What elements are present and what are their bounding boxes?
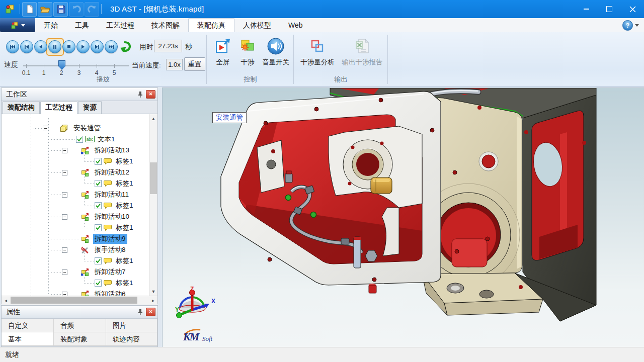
- tree-item-label[interactable]: 拆卸活动12: [93, 167, 131, 177]
- skip-to-end-button[interactable]: [105, 40, 118, 53]
- play-backward-button[interactable]: [34, 40, 47, 53]
- pause-button[interactable]: [48, 40, 61, 53]
- tree-item[interactable]: 标签1: [2, 223, 157, 233]
- tree-item-label[interactable]: 安装通管: [72, 123, 102, 133]
- tree-expander[interactable]: [62, 269, 67, 275]
- tab-assembly-structure[interactable]: 装配结构: [3, 101, 40, 114]
- maximize-button[interactable]: [598, 0, 621, 18]
- tree-item-label[interactable]: 拆卸活动13: [93, 145, 131, 155]
- pin-button[interactable]: [136, 308, 145, 317]
- tree-item[interactable]: 拆卸活动12: [2, 167, 157, 177]
- undo-button[interactable]: [69, 2, 84, 17]
- reset-speed-button[interactable]: 重置: [184, 57, 205, 71]
- tree-item[interactable]: 拆卸活动7: [2, 267, 157, 277]
- tab-trajectory[interactable]: 轨迹内容: [106, 332, 157, 346]
- tree-item[interactable]: 拆卸活动13: [2, 145, 157, 155]
- speed-slider-track[interactable]: [23, 65, 129, 66]
- scroll-right-arrow[interactable]: ▸: [149, 296, 157, 304]
- tab-audio[interactable]: 音频: [54, 319, 106, 332]
- skip-to-start-button[interactable]: [6, 40, 19, 53]
- help-button[interactable]: ?: [622, 20, 639, 31]
- tree-item[interactable]: 安装通管: [2, 123, 157, 133]
- tree-item[interactable]: 拆卸活动11: [2, 190, 157, 200]
- tree-checkbox[interactable]: [95, 224, 102, 233]
- output-interference-report-button[interactable]: 输出干涉报告: [339, 36, 385, 80]
- tree-item-label[interactable]: 拆卸活动10: [93, 212, 131, 222]
- minimize-button[interactable]: [575, 0, 598, 18]
- tree-item-label[interactable]: 拆卸活动6: [93, 289, 127, 296]
- tree-item[interactable]: 标签1: [2, 201, 157, 211]
- tree-item[interactable]: 标签1: [2, 156, 157, 166]
- tree-item[interactable]: abc文本1: [2, 134, 157, 144]
- speed-slider-thumb[interactable]: [58, 60, 65, 70]
- tab-process-tree[interactable]: 工艺过程: [40, 101, 77, 114]
- tree-item-label[interactable]: 扳手活动8: [93, 245, 127, 255]
- tab-tech-illustration[interactable]: 技术图解: [143, 19, 188, 32]
- open-file-button[interactable]: [38, 2, 52, 17]
- vertical-scrollbar[interactable]: ▲ ▼: [149, 114, 157, 296]
- scroll-left-arrow[interactable]: ◂: [2, 296, 10, 304]
- tree-item-label[interactable]: 标签1: [114, 223, 135, 233]
- tree-checkbox[interactable]: [95, 158, 102, 167]
- elapsed-field[interactable]: 27.23s: [154, 40, 182, 52]
- viewport-3d[interactable]: 安装通管 Z Y X KM Soft: [162, 87, 644, 347]
- tree-checkbox[interactable]: [95, 202, 102, 211]
- tab-human-model[interactable]: 人体模型: [234, 19, 280, 32]
- interference-analysis-button[interactable]: 干涉量分析: [297, 36, 338, 80]
- tab-custom[interactable]: 自定义: [2, 319, 54, 332]
- tab-assembly-simulation[interactable]: 装配仿真: [188, 18, 234, 33]
- stop-button[interactable]: [62, 40, 75, 53]
- current-speed-field[interactable]: 1.0x: [166, 59, 183, 70]
- close-panel-button[interactable]: ✕: [146, 308, 155, 316]
- close-button[interactable]: [621, 0, 644, 18]
- tree-expander[interactable]: [62, 247, 67, 253]
- tree-checkbox[interactable]: [76, 136, 83, 145]
- pin-button[interactable]: [136, 90, 145, 99]
- tree-item-label[interactable]: 文本1: [96, 134, 117, 144]
- tab-start[interactable]: 开始: [35, 19, 66, 32]
- tab-tools[interactable]: 工具: [66, 19, 98, 32]
- new-file-button[interactable]: [22, 2, 37, 17]
- tab-process[interactable]: 工艺过程: [98, 19, 143, 32]
- tree-item[interactable]: 扳手活动8: [2, 245, 157, 255]
- tree-expander[interactable]: [62, 214, 67, 220]
- next-step-button[interactable]: [91, 40, 104, 53]
- fullscreen-button[interactable]: 全屏: [211, 36, 234, 80]
- tree-item-label[interactable]: 拆卸活动9: [93, 234, 127, 244]
- tab-resources[interactable]: 资源: [78, 101, 102, 114]
- scroll-up-arrow[interactable]: ▲: [149, 114, 157, 123]
- scroll-down-arrow[interactable]: ▼: [149, 287, 157, 296]
- tree-item[interactable]: 拆卸活动9: [2, 234, 157, 244]
- tab-assembly-object[interactable]: 装配对象: [54, 332, 106, 346]
- tree-item-label[interactable]: 标签1: [114, 256, 135, 266]
- tree-item[interactable]: 拆卸活动10: [2, 212, 157, 222]
- previous-step-button[interactable]: [20, 40, 33, 53]
- tree-item-label[interactable]: 标签1: [114, 178, 135, 189]
- tree-item[interactable]: 标签1: [2, 278, 157, 288]
- tab-picture[interactable]: 图片: [106, 319, 157, 332]
- scrollbar-thumb[interactable]: [150, 162, 157, 194]
- play-button[interactable]: [76, 40, 90, 53]
- redo-button[interactable]: [85, 2, 99, 17]
- tree-item[interactable]: 标签1: [2, 256, 157, 266]
- tree-item-label[interactable]: 标签1: [114, 278, 135, 288]
- tab-basic[interactable]: 基本: [2, 332, 54, 346]
- tree-item-label[interactable]: 拆卸活动11: [93, 190, 130, 200]
- tree-checkbox[interactable]: [95, 180, 102, 189]
- interference-button[interactable]: 干涉: [236, 36, 259, 80]
- horizontal-scrollbar[interactable]: ◂ ▸: [2, 296, 157, 305]
- tree-item[interactable]: 标签1: [2, 178, 157, 189]
- tree-item-label[interactable]: 标签1: [114, 201, 135, 211]
- tree-checkbox[interactable]: [95, 257, 102, 266]
- volume-toggle-button[interactable]: 音量开关: [260, 36, 292, 80]
- tree-item-label[interactable]: 拆卸活动7: [93, 267, 127, 277]
- tree-expander[interactable]: [62, 170, 67, 175]
- save-button[interactable]: [53, 2, 68, 17]
- tree-expander[interactable]: [62, 192, 67, 198]
- tree-expander[interactable]: [43, 126, 48, 131]
- tree-expander[interactable]: [62, 148, 67, 153]
- loop-button[interactable]: [120, 39, 134, 53]
- tree-checkbox[interactable]: [95, 280, 102, 289]
- close-panel-button[interactable]: ✕: [146, 90, 155, 99]
- scrollbar-thumb[interactable]: [11, 297, 137, 304]
